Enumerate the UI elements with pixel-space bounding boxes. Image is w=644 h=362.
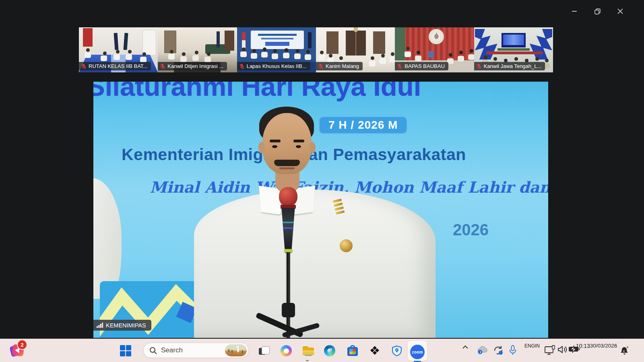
- participant-name: Lapas Khusus Kelas IIB...: [247, 63, 307, 69]
- copilot-button[interactable]: [280, 345, 292, 356]
- tray-sync-button[interactable]: [493, 345, 504, 356]
- restore-button[interactable]: [588, 5, 607, 18]
- signal-bars-icon: [97, 323, 103, 328]
- cloud-icon: i: [477, 345, 488, 355]
- zoom-app-button[interactable]: zoom: [408, 341, 427, 361]
- muted-mic-icon: [160, 64, 165, 69]
- search-highlight-image[interactable]: [225, 344, 247, 356]
- participant-tile[interactable]: Kanim Malang: [316, 27, 395, 72]
- participant-name: BAPAS BAUBAU: [405, 63, 444, 69]
- language-line2: IN: [535, 343, 540, 350]
- microsoft-store-icon: [347, 345, 358, 356]
- participant-name: Kanwil Jawa Tengah_L...: [484, 63, 542, 69]
- gold-lapel-pin: [340, 239, 353, 252]
- muted-mic-icon: [397, 64, 402, 69]
- task-view-icon: [258, 346, 269, 355]
- participant-name-badge: Lapas Khusus Kelas IIB...: [237, 62, 310, 70]
- notification-bell-button[interactable]: zz: [619, 346, 630, 356]
- minimize-button[interactable]: [565, 5, 584, 18]
- participant-name-badge: BAPAS BAUBAU: [395, 62, 448, 70]
- windows-security-button[interactable]: [391, 345, 403, 356]
- participant-strip: RUTAN KELAS IIB BAT... Kanwil Ditjen Imi…: [79, 27, 553, 72]
- edge-icon: [324, 345, 335, 356]
- monitor-cast-icon: [544, 345, 555, 356]
- muted-mic-icon: [318, 64, 324, 69]
- clock-time: 10:13: [576, 342, 590, 350]
- edge-button[interactable]: [324, 345, 336, 356]
- participant-name: RUTAN KELAS IIB BAT...: [89, 63, 147, 69]
- windows-logo-icon: [120, 345, 132, 357]
- sync-arrows-icon: [493, 345, 504, 356]
- second-person-shoulder: [93, 178, 122, 299]
- stream-watermark-text: KEMENIMIPAS: [106, 322, 146, 329]
- search-box[interactable]: Search: [143, 343, 249, 358]
- tray-display-button[interactable]: [544, 345, 555, 356]
- speaker-icon: [557, 345, 568, 354]
- security-shield-icon: [391, 345, 402, 356]
- tray-chevron-button[interactable]: [462, 345, 469, 349]
- chevron-up-icon: [462, 345, 469, 349]
- banner-year-badge: 7 H / 2026 M: [319, 116, 407, 134]
- do-not-disturb-bell-icon: zz: [619, 346, 630, 356]
- muted-mic-icon: [476, 64, 482, 69]
- restore-icon: [594, 8, 601, 14]
- tray-microphone-button[interactable]: [509, 345, 517, 356]
- search-icon: [149, 347, 157, 354]
- stream-watermark: KEMENIMIPAS: [93, 320, 151, 331]
- participant-name: Kanim Malang: [326, 63, 359, 69]
- zoom-meeting-window: RUTAN KELAS IIB BAT... Kanwil Ditjen Imi…: [0, 0, 644, 362]
- bird-image: [237, 347, 239, 352]
- microsoft-store-button[interactable]: [347, 345, 359, 356]
- participant-name: Kanwil Ditjen Imigrasi ...: [167, 63, 223, 69]
- participant-tile[interactable]: BAPAS BAUBAU: [395, 27, 474, 72]
- task-view-button[interactable]: [258, 345, 270, 356]
- clock-date: 30/03/2026: [590, 342, 617, 350]
- muted-mic-icon: [81, 64, 87, 69]
- dropbox-button[interactable]: ❖: [369, 345, 381, 356]
- close-icon: [617, 8, 623, 14]
- svg-text:z: z: [627, 346, 628, 349]
- participant-name-badge: RUTAN KELAS IIB BAT...: [79, 62, 151, 70]
- file-explorer-running-indicator: [306, 360, 309, 361]
- microphone-icon: [509, 345, 517, 356]
- dropbox-icon: ❖: [369, 345, 380, 356]
- banner-year-text: 2026: [453, 221, 489, 239]
- muted-mic-icon: [239, 64, 245, 69]
- tray-cloud-button[interactable]: i: [477, 345, 488, 355]
- language-line1: ENG: [524, 343, 535, 350]
- participant-name-badge: Kanwil Ditjen Imigrasi ...: [158, 62, 227, 70]
- notification-count-badge: 2: [17, 339, 27, 350]
- file-explorer-icon: [302, 346, 314, 356]
- file-explorer-button[interactable]: [302, 345, 314, 356]
- svg-text:z: z: [623, 349, 625, 353]
- close-button[interactable]: [611, 5, 630, 18]
- minimize-icon: [572, 8, 577, 14]
- banner-title-text: Silaturahmi Hari Raya Idul: [93, 82, 421, 102]
- taskbar-clock[interactable]: 10:13 30/03/2026: [576, 342, 617, 350]
- participant-tile[interactable]: Kanwil Jawa Tengah_L...: [474, 27, 553, 72]
- participant-tile[interactable]: Lapas Khusus Kelas IIB...: [237, 27, 316, 72]
- tray-volume-button[interactable]: [557, 345, 568, 354]
- participant-name-badge: Kanim Malang: [316, 62, 363, 70]
- language-indicator[interactable]: ENG IN: [523, 343, 541, 350]
- participant-name-badge: Kanwil Jawa Tengah_L...: [474, 62, 545, 70]
- search-placeholder: Search: [161, 346, 225, 354]
- participant-tile[interactable]: RUTAN KELAS IIB BAT...: [79, 27, 158, 72]
- media-app-button[interactable]: 2: [9, 342, 26, 359]
- participant-tile[interactable]: Kanwil Ditjen Imigrasi ...: [158, 27, 237, 72]
- copilot-icon: [281, 345, 292, 356]
- windows-taskbar: 2 Search: [0, 339, 644, 362]
- start-button[interactable]: [119, 344, 132, 357]
- active-speaker-video[interactable]: Silaturahmi Hari Raya Idul Kementerian I…: [93, 82, 548, 338]
- zoom-app-icon: zoom: [410, 345, 425, 359]
